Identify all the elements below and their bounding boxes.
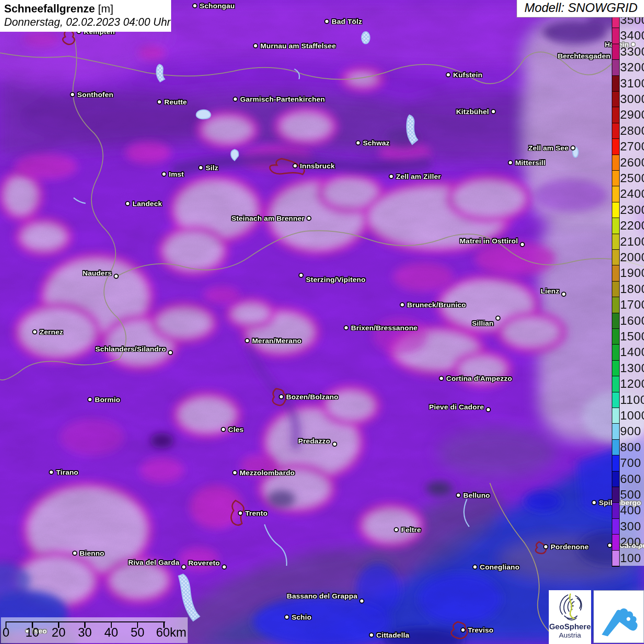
city-label: Cles: [228, 426, 244, 434]
city-label: Sillian: [472, 319, 494, 328]
city-dot: [460, 627, 466, 632]
colorbar-cell-1800: [612, 282, 619, 297]
colorbar-cell-2200: [612, 218, 619, 234]
city-dot: [456, 493, 461, 498]
geosphere-logo: GeoSphere Austria: [549, 590, 591, 644]
page-title: Schneefallgrenze [m]: [4, 2, 171, 15]
city-dot: [389, 174, 394, 179]
city-dot: [222, 564, 227, 569]
colorbar-tick-label: 2400: [620, 186, 644, 201]
colorbar-cell-1000: [612, 408, 619, 424]
weather-map-page: SchongauBad TölzKemptenMurnau am Staffel…: [0, 0, 644, 644]
city-dot: [32, 329, 37, 334]
colorbar-cell-800: [612, 440, 619, 455]
city-dot: [245, 338, 250, 343]
colorbar-tick-label: 3300: [620, 44, 644, 59]
city-label: Schongau: [200, 2, 235, 10]
city-label: Belluno: [463, 491, 490, 500]
city-label: Cittadella: [376, 631, 409, 639]
city-label: Mezzolombardo: [240, 469, 295, 477]
city-dot: [561, 292, 566, 297]
colorbar-tick-label: 3100: [620, 75, 644, 91]
colorbar-tick-label: 2600: [620, 155, 644, 170]
scalebar-ruler: [6, 621, 165, 622]
city-label: Schio: [292, 613, 311, 621]
colorbar-cell-2600: [612, 155, 619, 171]
colorbar-cell-3000: [612, 92, 619, 107]
page-title-unit: [m]: [95, 2, 113, 15]
city-label: Sterzing/Vipiteno: [306, 276, 366, 284]
colorbar-cell-3200: [612, 60, 619, 75]
city-dot: [394, 527, 399, 532]
city-dot: [344, 325, 349, 330]
city-dot: [324, 19, 329, 24]
colorbar-tick-label: 1000: [620, 408, 644, 423]
colorbar: [612, 12, 620, 567]
city-label: Steinach am Brenner: [231, 214, 305, 223]
colorbar-tick-label: 800: [620, 439, 641, 455]
city-dot: [299, 273, 304, 278]
city-dot: [49, 470, 54, 475]
city-label: Matrei in Osttirol: [460, 237, 518, 245]
contour-lines-icon: [555, 592, 585, 621]
city-dot: [543, 544, 548, 549]
city-dot: [446, 72, 451, 77]
city-dot: [293, 163, 298, 168]
city-dot: [192, 3, 197, 8]
city-dot: [332, 442, 337, 447]
colorbar-cell-2400: [612, 186, 619, 202]
scalebar-tick-label: 60km: [153, 626, 190, 640]
city-label: Imst: [169, 170, 184, 178]
colorbar-cell-500: [612, 487, 619, 503]
city-label: Bienno: [80, 549, 104, 558]
partner-logo: [593, 590, 644, 643]
colorbar-tick-label: 2500: [620, 170, 644, 186]
geosphere-logo-country: Austria: [549, 631, 591, 639]
city-label: Kufstein: [453, 71, 483, 79]
colorbar-tick-label: 1300: [620, 360, 644, 376]
city-dot: [87, 397, 92, 402]
colorbar-cell-2900: [612, 107, 619, 123]
city-label: Nauders: [83, 269, 112, 277]
colorbar-tick-label: 3000: [620, 91, 644, 107]
city-label: Zernez: [40, 328, 63, 336]
colorbar-cell-200: [612, 535, 619, 550]
city-label: Cortina d'Ampezzo: [446, 374, 512, 383]
city-dot: [233, 97, 238, 102]
colorbar-tick-label: 2200: [620, 218, 644, 233]
colorbar-cell-1200: [612, 376, 619, 392]
city-label: Silz: [206, 164, 218, 172]
scalebar: 0102030405060km: [1, 617, 188, 643]
colorbar-cell-3300: [612, 44, 619, 60]
city-dot: [114, 274, 119, 279]
city-label: Landeck: [132, 200, 162, 208]
city-dot: [238, 511, 243, 516]
city-label: Brixen/Bressanone: [351, 324, 418, 332]
colorbar-cell-900: [612, 424, 619, 439]
city-label: Treviso: [468, 626, 494, 634]
city-dot: [168, 350, 173, 355]
model-label: Modell: SNOWGRID: [524, 1, 638, 15]
colorbar-tick-label: 2800: [620, 123, 644, 138]
colorbar-cell-1500: [612, 329, 619, 345]
colorbar-tick-label: 400: [620, 502, 641, 518]
city-label: Conegliano: [480, 563, 519, 571]
city-dot: [161, 172, 167, 177]
colorbar-cell-2300: [612, 202, 619, 218]
mountain-icon: [598, 596, 640, 638]
colorbar-tick-label: 3200: [620, 59, 644, 75]
city-dot: [592, 500, 597, 505]
colorbar-tick-label: 1900: [620, 265, 644, 281]
city-label: Zell am See: [529, 144, 569, 152]
city-label: Murnau am Staffelsee: [260, 42, 336, 50]
colorbar-cell-1400: [612, 345, 619, 360]
colorbar-tick-label: 500: [620, 487, 641, 502]
colorbar-tick-label: 1700: [620, 297, 644, 312]
city-label: Bruneck/Brunico: [407, 301, 466, 309]
city-dot: [198, 165, 203, 170]
colorbar-cell-700: [612, 455, 619, 471]
city-dot: [253, 43, 258, 48]
colorbar-cell-1100: [612, 392, 619, 408]
colorbar-cell-2100: [612, 234, 619, 250]
scalebar-tick-label: 50: [119, 626, 156, 640]
